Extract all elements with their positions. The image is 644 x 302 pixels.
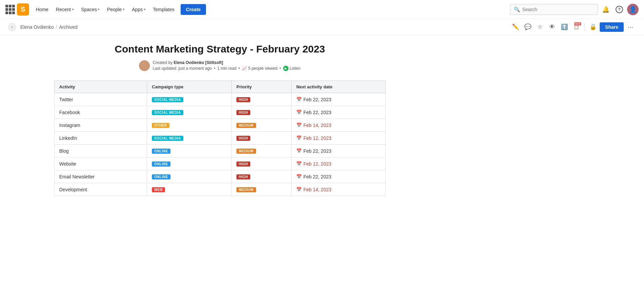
priority-badge: HIGH (236, 161, 250, 167)
date-value: Feb 12, 2023 (303, 135, 331, 141)
cell-activity: Twitter (54, 93, 147, 106)
nav-home[interactable]: Home (33, 5, 51, 14)
notifications-button[interactable]: 🔔 (600, 4, 612, 15)
page-meta: Created by Elena Ovdienko [Stiltsoft] La… (14, 60, 426, 71)
calendar-icon: 📅 (296, 148, 302, 153)
campaign-type-badge: SOCIAL MEDIA (152, 110, 183, 115)
cell-activity: LinkedIn (54, 132, 147, 145)
breadcrumb: Elena Ovdienko / Archived (20, 24, 510, 30)
cell-priority: MEDIUM (231, 145, 291, 157)
search-icon: 🔍 (514, 6, 520, 13)
priority-badge: MEDIUM (236, 149, 256, 154)
page-title: Content Marketing Strategy - February 20… (14, 43, 426, 55)
campaign-type-badge: WEB (152, 187, 165, 192)
cell-campaign-type: SOCIAL MEDIA (147, 93, 232, 106)
col-activity: Activity (54, 81, 147, 93)
cell-campaign-type: SOCIAL MEDIA (147, 132, 232, 145)
breadcrumb-current: Archived (59, 24, 77, 30)
campaign-type-badge: ONLINE (152, 161, 170, 167)
access-button[interactable]: 🔒 (588, 22, 598, 33)
campaign-type-badge: SOCIAL MEDIA (152, 136, 183, 141)
nav-spaces[interactable]: Spaces ▾ (78, 5, 102, 14)
date-value: Feb 14, 2023 (303, 187, 331, 192)
help-icon: ? (616, 6, 623, 13)
col-campaign-type: Campaign type (147, 81, 232, 93)
cell-priority: MEDIUM (231, 119, 291, 132)
listen-button[interactable]: ▶ Listen (283, 66, 301, 71)
new-badge-icon[interactable]: 📋 NEW (571, 22, 582, 33)
sidebar-toggle-button[interactable]: › (8, 23, 16, 31)
table-row: TwitterSOCIAL MEDIAHIGH📅Feb 22, 2023 (54, 93, 386, 106)
export-button[interactable]: ⬆️ (559, 22, 570, 33)
meta-details: Last updated: just a moment ago • 1 min … (153, 66, 300, 71)
action-divider (584, 23, 585, 31)
cell-activity: Email Newsletter (54, 170, 147, 183)
nav-apps[interactable]: Apps ▾ (129, 5, 148, 14)
cell-activity: Development (54, 183, 147, 196)
cell-activity: Facebook (54, 106, 147, 119)
cell-activity: Website (54, 157, 147, 170)
table-row: FacebookSOCIAL MEDIAHIGH📅Feb 22, 2023 (54, 106, 386, 119)
cell-activity: Blog (54, 145, 147, 157)
author-avatar (139, 60, 150, 71)
create-button[interactable]: Create (181, 4, 206, 15)
nav-templates[interactable]: Templates (150, 5, 177, 14)
chevron-down-icon: ▾ (123, 7, 124, 11)
cell-priority: HIGH (231, 132, 291, 145)
user-avatar[interactable]: 👤 (627, 4, 639, 15)
cell-priority: HIGH (231, 170, 291, 183)
table-row: Email NewsletterONLINEHIGH📅Feb 22, 2023 (54, 170, 386, 183)
page-actions: ✏️ 💬 ☆ 👁 ⬆️ 📋 NEW 🔒 Share ··· (510, 22, 636, 33)
cell-priority: HIGH (231, 93, 291, 106)
search-input[interactable] (522, 7, 594, 12)
cell-campaign-type: WEB (147, 183, 232, 196)
main-content: Content Marketing Strategy - February 20… (0, 35, 440, 210)
cell-next-activity-date: 📅Feb 22, 2023 (291, 170, 385, 183)
table-row: DevelopmentWEBMEDIUM📅Feb 14, 2023 (54, 183, 386, 196)
watch-button[interactable]: 👁 (547, 22, 557, 33)
date-value: Feb 22, 2023 (303, 174, 331, 179)
nav-recent[interactable]: Recent ▾ (53, 5, 76, 14)
star-button[interactable]: ☆ (534, 22, 545, 33)
page-toolbar: › Elena Ovdienko / Archived ✏️ 💬 ☆ 👁 ⬆️ … (0, 19, 644, 35)
share-button[interactable]: Share (600, 22, 624, 32)
calendar-icon: 📅 (296, 161, 302, 166)
search-box[interactable]: 🔍 (510, 4, 598, 15)
more-options-button[interactable]: ··· (625, 22, 636, 33)
priority-badge: HIGH (236, 97, 250, 102)
logo[interactable]: S (17, 3, 29, 16)
cell-campaign-type: SOCIAL MEDIA (147, 106, 232, 119)
nav-people[interactable]: People ▾ (104, 5, 127, 14)
cell-campaign-type: ONLINE (147, 157, 232, 170)
author-line: Created by Elena Ovdienko [Stiltsoft] (153, 60, 300, 65)
cell-campaign-type: ONLINE (147, 170, 232, 183)
calendar-icon: 📅 (296, 123, 302, 128)
col-next-activity-date: Next activity date (291, 81, 385, 93)
table-row: InstagramOTHERMEDIUM📅Feb 14, 2023 (54, 119, 386, 132)
table-row: WebsiteONLINEHIGH📅Feb 12, 2023 (54, 157, 386, 170)
cell-next-activity-date: 📅Feb 12, 2023 (291, 132, 385, 145)
cell-campaign-type: ONLINE (147, 145, 232, 157)
listen-icon: ▶ (283, 66, 289, 71)
cell-next-activity-date: 📅Feb 22, 2023 (291, 93, 385, 106)
cell-priority: MEDIUM (231, 183, 291, 196)
chevron-down-icon: ▾ (144, 7, 145, 11)
content-table: Activity Campaign type Priority Next act… (54, 81, 386, 196)
calendar-icon: 📅 (296, 97, 302, 102)
help-button[interactable]: ? (614, 4, 625, 15)
cell-next-activity-date: 📅Feb 14, 2023 (291, 119, 385, 132)
campaign-type-badge: ONLINE (152, 174, 170, 179)
bell-icon: 🔔 (602, 6, 610, 13)
date-value: Feb 22, 2023 (303, 148, 331, 154)
apps-grid-icon[interactable] (5, 5, 15, 14)
col-priority: Priority (231, 81, 291, 93)
cell-next-activity-date: 📅Feb 22, 2023 (291, 145, 385, 157)
comment-button[interactable]: 💬 (522, 22, 533, 33)
campaign-type-badge: SOCIAL MEDIA (152, 97, 183, 102)
edit-button[interactable]: ✏️ (510, 22, 521, 33)
breadcrumb-parent[interactable]: Elena Ovdienko (20, 24, 54, 30)
calendar-icon: 📅 (296, 174, 302, 179)
cell-next-activity-date: 📅Feb 22, 2023 (291, 106, 385, 119)
content-area: Content Marketing Strategy - February 20… (0, 35, 644, 210)
cell-campaign-type: OTHER (147, 119, 232, 132)
